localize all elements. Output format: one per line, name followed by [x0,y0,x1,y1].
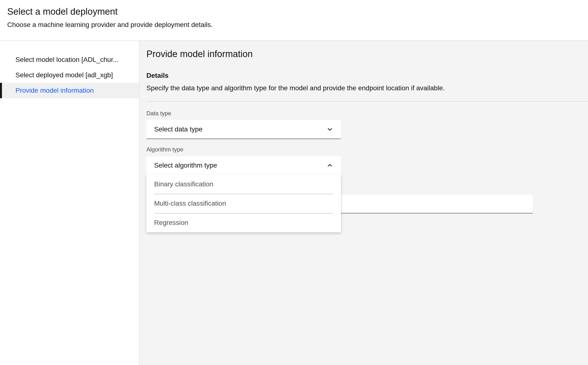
data-type-dropdown-value: Select data type [154,126,203,133]
page-title: Select a model deployment [7,0,588,17]
algorithm-type-label: Algorithm type [147,146,588,153]
data-type-dropdown[interactable]: Select data type [147,120,341,139]
section-divider [147,101,588,102]
algorithm-type-dropdown-value: Select algorithm type [154,161,217,169]
menu-option-regression[interactable]: Regression [147,213,341,232]
algorithm-type-menu: Binary classification Multi-class classi… [147,175,341,232]
main-heading: Provide model information [147,48,588,60]
page-subtitle: Choose a machine learning provider and p… [7,21,588,29]
step-provide-model-information[interactable]: Provide model information [0,83,139,98]
step-select-model-location[interactable]: Select model location [ADL_chur... [0,52,139,67]
chevron-down-icon [326,126,334,133]
details-section-description: Specify the data type and algorithm type… [147,84,588,92]
page-header: Select a model deployment Choose a machi… [0,0,588,41]
step-navigation: Select model location [ADL_chur... Selec… [0,41,140,365]
chevron-up-icon [326,161,334,169]
algorithm-type-dropdown[interactable]: Select algorithm type [147,156,341,175]
details-section-title: Details [147,71,588,80]
main-panel: Provide model information Details Specif… [140,41,588,365]
menu-option-binary-classification[interactable]: Binary classification [147,175,341,194]
menu-option-multi-class-classification[interactable]: Multi-class classification [147,194,341,213]
layout: Select model location [ADL_chur... Selec… [0,41,588,365]
data-type-label: Data type [147,110,588,117]
step-select-deployed-model[interactable]: Select deployed model [adl_xgb] [0,67,139,83]
